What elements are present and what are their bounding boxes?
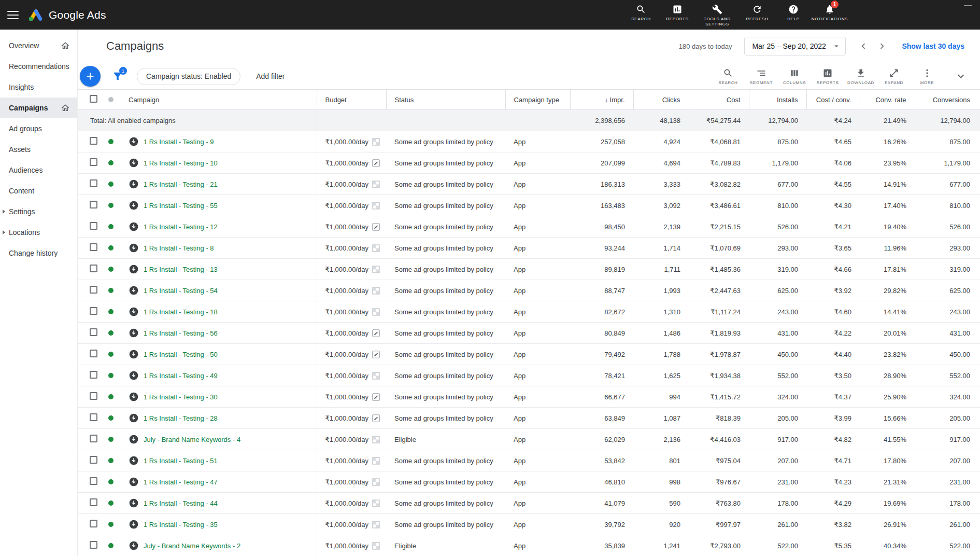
edit-budget-icon[interactable] bbox=[372, 478, 380, 486]
status-enabled-dot[interactable] bbox=[108, 309, 113, 314]
topbar-tools-button[interactable]: TOOLS AND SETTINGS bbox=[695, 3, 739, 27]
edit-budget-icon[interactable] bbox=[372, 436, 380, 443]
status-enabled-dot[interactable] bbox=[108, 394, 113, 399]
status-enabled-dot[interactable] bbox=[108, 373, 113, 378]
status-enabled-dot[interactable] bbox=[108, 139, 113, 144]
campaign-name-link[interactable]: 1 Rs Install - Testing - 51 bbox=[144, 457, 218, 465]
topbar-refresh-button[interactable]: REFRESH bbox=[739, 3, 775, 22]
edit-budget-icon[interactable] bbox=[372, 308, 380, 316]
edit-budget-icon[interactable] bbox=[372, 499, 380, 507]
campaign-name-link[interactable]: 1 Rs Install - Testing - 55 bbox=[144, 202, 218, 210]
download-button[interactable]: DOWNLOAD bbox=[844, 68, 877, 85]
edit-budget-icon[interactable] bbox=[372, 372, 380, 380]
column-header-cost[interactable]: Cost bbox=[689, 90, 749, 110]
column-header-status[interactable]: Status bbox=[386, 90, 505, 110]
row-checkbox[interactable] bbox=[90, 413, 97, 421]
status-enabled-dot[interactable] bbox=[108, 437, 113, 442]
edit-budget-icon[interactable] bbox=[372, 159, 380, 167]
row-checkbox[interactable] bbox=[90, 307, 97, 315]
campaign-name-link[interactable]: 1 Rs Install - Testing - 47 bbox=[144, 478, 218, 486]
expand-button[interactable]: EXPAND bbox=[877, 68, 911, 85]
sidebar-item-insights[interactable]: Insights bbox=[0, 77, 77, 98]
row-checkbox[interactable] bbox=[90, 222, 97, 230]
add-campaign-button[interactable] bbox=[80, 66, 101, 87]
campaign-name-link[interactable]: 1 Rs Install - Testing - 21 bbox=[144, 180, 218, 188]
sidebar-item-overview[interactable]: Overview bbox=[0, 35, 77, 56]
row-checkbox[interactable] bbox=[90, 498, 97, 506]
row-checkbox[interactable] bbox=[90, 286, 97, 294]
add-filter-button[interactable]: Add filter bbox=[256, 72, 285, 80]
status-enabled-dot[interactable] bbox=[108, 479, 113, 484]
campaign-name-link[interactable]: 1 Rs Install - Testing - 49 bbox=[144, 372, 218, 380]
row-checkbox[interactable] bbox=[90, 392, 97, 400]
edit-budget-icon[interactable] bbox=[372, 393, 380, 401]
row-checkbox[interactable] bbox=[90, 201, 97, 208]
status-enabled-dot[interactable] bbox=[108, 182, 113, 187]
column-header-conversions[interactable]: Conversions bbox=[915, 90, 980, 110]
row-checkbox[interactable] bbox=[90, 243, 97, 251]
campaign-name-link[interactable]: 1 Rs Install - Testing - 9 bbox=[144, 138, 214, 146]
date-prev-button[interactable] bbox=[856, 39, 871, 53]
campaign-name-link[interactable]: 1 Rs Install - Testing - 35 bbox=[144, 521, 218, 529]
more-button[interactable]: MORE bbox=[911, 68, 944, 85]
edit-budget-icon[interactable] bbox=[372, 329, 380, 337]
row-checkbox[interactable] bbox=[90, 350, 97, 357]
status-enabled-dot[interactable] bbox=[108, 330, 113, 336]
sidebar-item-settings[interactable]: Settings bbox=[0, 201, 77, 222]
edit-budget-icon[interactable] bbox=[372, 457, 380, 465]
edit-budget-icon[interactable] bbox=[372, 521, 380, 529]
row-checkbox[interactable] bbox=[90, 371, 97, 379]
column-header-installs[interactable]: Installs bbox=[749, 90, 806, 110]
row-checkbox[interactable] bbox=[90, 435, 97, 442]
status-enabled-dot[interactable] bbox=[108, 160, 113, 165]
campaign-name-link[interactable]: 1 Rs Install - Testing - 12 bbox=[144, 223, 218, 231]
menu-icon[interactable] bbox=[7, 11, 19, 19]
row-checkbox[interactable] bbox=[90, 265, 97, 272]
column-header-campaign[interactable]: Campaign bbox=[120, 90, 317, 110]
row-checkbox[interactable] bbox=[90, 137, 97, 145]
campaign-name-link[interactable]: July - Brand Name Keywords - 4 bbox=[144, 436, 240, 443]
status-enabled-dot[interactable] bbox=[108, 458, 113, 463]
campaign-name-link[interactable]: 1 Rs Install - Testing - 8 bbox=[144, 244, 214, 252]
reports-button[interactable]: REPORTS bbox=[811, 68, 844, 85]
campaign-name-link[interactable]: 1 Rs Install - Testing - 54 bbox=[144, 287, 218, 295]
select-all-checkbox[interactable] bbox=[90, 95, 97, 103]
column-header-cost-per-conv[interactable]: Cost / conv. bbox=[806, 90, 860, 110]
date-next-button[interactable] bbox=[875, 39, 889, 53]
column-header-impressions[interactable]: ↓Impr. bbox=[570, 90, 633, 110]
row-checkbox[interactable] bbox=[90, 520, 97, 527]
column-header-conv-rate[interactable]: Conv. rate bbox=[860, 90, 915, 110]
column-header-budget[interactable]: Budget bbox=[317, 90, 386, 110]
column-header-clicks[interactable]: Clicks bbox=[633, 90, 689, 110]
topbar-help-button[interactable]: HELP bbox=[775, 3, 812, 22]
status-enabled-dot[interactable] bbox=[108, 543, 113, 548]
status-enabled-dot[interactable] bbox=[108, 288, 113, 293]
campaign-name-link[interactable]: 1 Rs Install - Testing - 50 bbox=[144, 351, 218, 358]
row-checkbox[interactable] bbox=[90, 541, 97, 549]
columns-button[interactable]: COLUMNS bbox=[778, 68, 811, 85]
window-minimize-icon[interactable] bbox=[964, 5, 972, 6]
edit-budget-icon[interactable] bbox=[372, 542, 380, 550]
campaign-name-link[interactable]: 1 Rs Install - Testing - 56 bbox=[144, 329, 218, 337]
campaign-name-link[interactable]: 1 Rs Install - Testing - 13 bbox=[144, 266, 218, 273]
edit-budget-icon[interactable] bbox=[372, 351, 380, 358]
campaign-name-link[interactable]: 1 Rs Install - Testing - 30 bbox=[144, 393, 218, 401]
campaign-name-link[interactable]: 1 Rs Install - Testing - 10 bbox=[144, 159, 218, 167]
status-enabled-dot[interactable] bbox=[108, 415, 113, 421]
row-checkbox[interactable] bbox=[90, 158, 97, 166]
edit-budget-icon[interactable] bbox=[372, 414, 380, 422]
campaign-name-link[interactable]: July - Brand Name Keywords - 2 bbox=[144, 542, 240, 550]
sidebar-item-campaigns[interactable]: Campaigns bbox=[0, 98, 77, 118]
sidebar-item-content[interactable]: Content bbox=[0, 180, 77, 201]
campaign-name-link[interactable]: 1 Rs Install - Testing - 18 bbox=[144, 308, 218, 316]
status-enabled-dot[interactable] bbox=[108, 522, 113, 527]
sidebar-item-recommendations[interactable]: Recommendations bbox=[0, 56, 77, 77]
row-checkbox[interactable] bbox=[90, 328, 97, 336]
edit-budget-icon[interactable] bbox=[372, 180, 380, 188]
sidebar-item-audiences[interactable]: Audiences bbox=[0, 160, 77, 180]
sidebar-item-change-history[interactable]: Change history bbox=[0, 243, 77, 263]
column-header-campaign-type[interactable]: Campaign type bbox=[505, 90, 570, 110]
edit-budget-icon[interactable] bbox=[372, 138, 380, 146]
filter-button[interactable]: 1 bbox=[112, 71, 123, 82]
topbar-search-button[interactable]: SEARCH bbox=[623, 3, 659, 22]
